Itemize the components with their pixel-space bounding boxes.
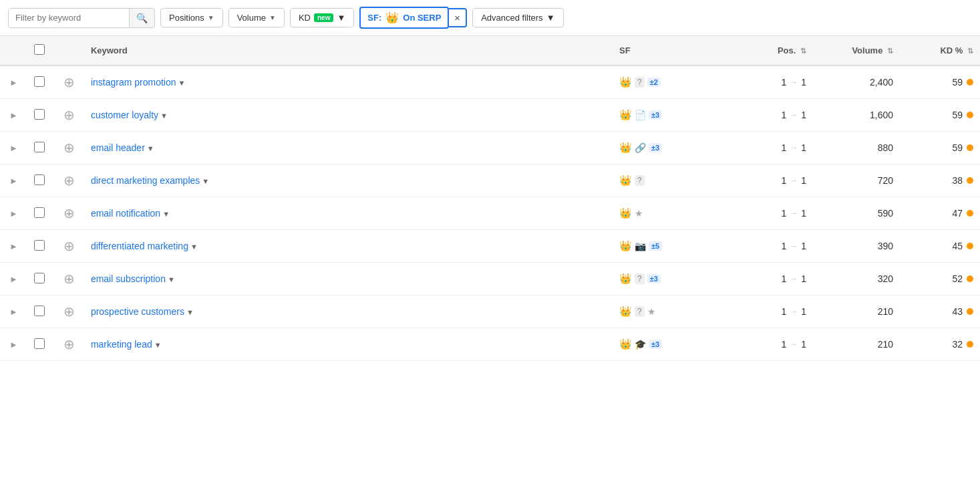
row-checkbox[interactable] <box>34 142 45 152</box>
add-keyword-button[interactable]: ⊕ <box>61 338 77 351</box>
keyword-link[interactable]: marketing lead <box>91 339 152 350</box>
positions-dropdown[interactable]: Positions ▼ <box>160 8 223 27</box>
question-icon: ? <box>635 77 645 88</box>
add-keyword-button[interactable]: ⊕ <box>61 305 77 318</box>
keyword-dropdown-button[interactable]: ▼ <box>190 243 198 251</box>
positions-label: Positions <box>169 13 204 23</box>
keyword-dropdown-button[interactable]: ▼ <box>168 275 175 283</box>
keyword-link[interactable]: email header <box>91 142 145 153</box>
advanced-filters-button[interactable]: Advanced filters ▼ <box>472 8 563 27</box>
positions-chevron-icon: ▼ <box>208 14 214 21</box>
table-header-row: Keyword SF Pos. ⇅ Volume ⇅ KD % ⇅ <box>0 36 980 66</box>
add-keyword-button[interactable]: ⊕ <box>61 239 77 253</box>
volume-cell: 320 <box>813 263 900 295</box>
sf-extra-badge: ±3 <box>647 274 661 283</box>
kd-value: 59 <box>952 77 963 88</box>
expand-button[interactable]: ► <box>7 142 21 154</box>
keyword-dropdown-button[interactable]: ▼ <box>202 177 209 185</box>
pos-cell: 1→1 <box>713 241 806 251</box>
expand-button[interactable]: ► <box>7 109 21 122</box>
expand-button[interactable]: ► <box>7 207 21 220</box>
add-keyword-button[interactable]: ⊕ <box>61 108 77 122</box>
keyword-dropdown-button[interactable]: ▼ <box>178 79 186 87</box>
keyword-link[interactable]: customer loyalty <box>91 110 158 120</box>
table-row: ►⊕customer loyalty▼👑📄±31→11,60059 <box>0 99 980 132</box>
filter-input-wrap: 🔍 <box>8 8 155 28</box>
kd-cell: 38 <box>907 175 973 186</box>
add-keyword-button[interactable]: ⊕ <box>61 272 77 285</box>
expand-button[interactable]: ► <box>7 338 21 351</box>
th-kd[interactable]: KD % ⇅ <box>900 36 980 66</box>
keyword-link[interactable]: email notification <box>91 208 160 219</box>
kd-cell: 59 <box>907 77 973 88</box>
pos-to: 1 <box>801 77 806 88</box>
expand-button[interactable]: ► <box>7 76 21 89</box>
volume-dropdown[interactable]: Volume ▼ <box>228 8 285 27</box>
arrow-icon: → <box>790 143 798 152</box>
keyword-dropdown-button[interactable]: ▼ <box>154 341 162 349</box>
keyword-table-wrap: Keyword SF Pos. ⇅ Volume ⇅ KD % ⇅ <box>0 36 980 361</box>
advanced-filters-chevron-icon: ▼ <box>546 13 555 23</box>
pos-cell: 1→1 <box>713 77 806 88</box>
kd-value: 59 <box>952 142 963 153</box>
keyword-dropdown-button[interactable]: ▼ <box>162 210 170 218</box>
sf-extra-badge: ±3 <box>649 110 662 120</box>
kd-dropdown[interactable]: KD new ▼ <box>290 8 354 27</box>
crown-icon: 👑 <box>619 174 632 187</box>
expand-button[interactable]: ► <box>7 273 21 285</box>
kd-dot <box>967 210 973 217</box>
crown-icon: 👑 <box>619 273 632 285</box>
pos-header-label: Pos. <box>778 45 796 55</box>
th-pos[interactable]: Pos. ⇅ <box>706 36 813 66</box>
row-checkbox[interactable] <box>34 338 45 349</box>
kd-cell: 59 <box>907 110 973 120</box>
kd-cell: 32 <box>907 339 973 350</box>
kd-dot <box>967 243 973 249</box>
filter-keyword-input[interactable] <box>9 9 129 27</box>
pos-from: 1 <box>781 77 786 88</box>
th-volume[interactable]: Volume ⇅ <box>813 36 900 66</box>
th-keyword: Keyword <box>84 36 613 66</box>
keyword-link[interactable]: direct marketing examples <box>91 175 200 186</box>
keyword-dropdown-button[interactable]: ▼ <box>147 144 154 152</box>
keyword-link[interactable]: prospective customers <box>91 306 184 317</box>
filter-search-button[interactable]: 🔍 <box>129 9 154 27</box>
row-checkbox[interactable] <box>34 306 45 316</box>
row-checkbox[interactable] <box>34 207 45 218</box>
pos-from: 1 <box>781 110 786 120</box>
row-checkbox[interactable] <box>34 174 45 185</box>
add-keyword-button[interactable]: ⊕ <box>61 76 77 89</box>
row-checkbox[interactable] <box>34 109 45 120</box>
volume-cell: 210 <box>813 328 900 361</box>
image-icon: 📷 <box>635 241 646 251</box>
keyword-dropdown-button[interactable]: ▼ <box>186 308 194 316</box>
star-icon: ★ <box>647 306 656 317</box>
pos-cell: 1→1 <box>713 306 806 317</box>
crown-icon: 👑 <box>619 109 632 121</box>
keyword-link[interactable]: differentiated marketing <box>91 241 188 251</box>
keyword-dropdown-button[interactable]: ▼ <box>160 112 168 120</box>
sf-clear-button[interactable]: × <box>449 8 467 27</box>
pos-to: 1 <box>801 241 806 251</box>
add-keyword-button[interactable]: ⊕ <box>61 207 77 220</box>
expand-button[interactable]: ► <box>7 174 21 187</box>
row-checkbox[interactable] <box>34 76 45 87</box>
volume-cell: 880 <box>813 132 900 164</box>
row-checkbox[interactable] <box>34 240 45 251</box>
arrow-icon: → <box>790 209 798 218</box>
expand-button[interactable]: ► <box>7 306 21 318</box>
sf-filter-button[interactable]: SF: 👑 On SERP <box>359 7 449 29</box>
select-all-checkbox[interactable] <box>34 44 45 55</box>
volume-cell: 390 <box>813 230 900 263</box>
row-checkbox[interactable] <box>34 273 45 283</box>
add-keyword-button[interactable]: ⊕ <box>61 141 77 154</box>
sf-cell: 👑? <box>619 174 699 187</box>
keyword-link[interactable]: instagram promotion <box>91 77 176 88</box>
sf-extra-badge: ±5 <box>649 241 662 251</box>
th-add <box>54 36 84 66</box>
keyword-link[interactable]: email subscription <box>91 273 166 284</box>
expand-button[interactable]: ► <box>7 240 21 253</box>
add-keyword-button[interactable]: ⊕ <box>61 174 77 187</box>
volume-chevron-icon: ▼ <box>269 14 276 21</box>
table-row: ►⊕marketing lead▼👑🎓±31→121032 <box>0 328 980 361</box>
